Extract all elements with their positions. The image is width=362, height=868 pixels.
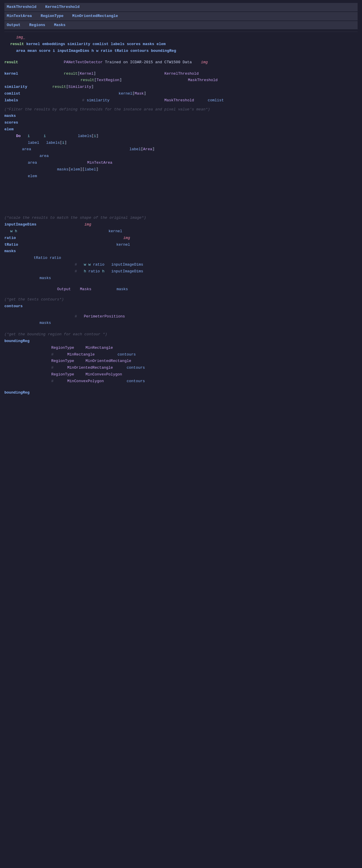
kernel-assign: kernel [4, 71, 18, 77]
masks-kw2: Masks [80, 286, 91, 292]
labels-ref2: labels [46, 140, 60, 146]
contours-comment: (*get the texts contours*) [4, 297, 64, 303]
tratio-line: tRatio kernel [4, 242, 358, 248]
elem-token: elem [156, 41, 165, 48]
area-token: area [16, 48, 25, 54]
boundingreg-assign-line: boundingReg [4, 338, 358, 345]
output-masks-line: Output Masks masks [4, 286, 358, 293]
kernel-token: kernel [26, 41, 40, 48]
kernel-ref4: kernel [116, 242, 130, 248]
result-panet-line: result PANetTextDetector Trained on ICDA… [4, 59, 358, 66]
kernel-kw: Kernel [80, 71, 93, 77]
ratio-token: ratio [101, 48, 112, 54]
header-row-3: Output Regions Masks [4, 21, 358, 30]
area-fn: Area [143, 147, 152, 153]
elem-assign: elem [4, 126, 13, 133]
minrectangle-ref: MinRectangle [67, 352, 95, 358]
filter-comment: (*Filter the results by defining thresho… [4, 106, 210, 113]
minorientedrectangle-label: MinOrientedRectangle [72, 13, 118, 19]
hash-minrectangle-line: # MinRectangle contours [4, 351, 358, 358]
minorientedrectangle-ref: MinOrientedRectangle [67, 365, 113, 371]
masks-scale-line: masks [4, 248, 358, 255]
hash-sym6: # [51, 365, 54, 371]
result-ref3: result [53, 84, 66, 90]
regions-label: Regions [29, 22, 46, 28]
mintextarea-ref1: MinTextArea [87, 160, 113, 166]
area-mintextarea-line: area MinTextArea [4, 160, 358, 166]
h-ref2: h [102, 269, 104, 275]
masks-assign-line: masks [4, 113, 358, 120]
img-param: img [201, 59, 208, 66]
maskthreshold-label: MaskThreshold [7, 4, 36, 10]
area-cmp: area [28, 160, 37, 166]
regiontype-kw3: RegionType [51, 372, 74, 378]
area-ref: area [39, 153, 49, 159]
masks-contours-ref: masks [39, 320, 51, 326]
regiontype1-line: RegionType MinRectangle [4, 345, 358, 351]
mintextarea-label: MinTextArea [7, 13, 32, 19]
i-ref3: i [62, 140, 64, 146]
hash-sym5: # [51, 352, 54, 358]
bounding-comment-line: (*get the bounding region for each conto… [4, 331, 358, 338]
comlist-ref1: comlist [208, 97, 224, 104]
boundingreg-token: boundingReg [151, 48, 176, 54]
label-assign: label [28, 140, 39, 146]
regiontype-kw2: RegionType [51, 358, 74, 364]
inputimagedims-assign: inputImageDims [4, 222, 36, 228]
hash-minorientedrectangle-line: # MinOrientedRectangle contours [4, 365, 358, 371]
tratio-ratio-line: tRatio ratio [4, 255, 358, 261]
hash-sym7: # [51, 378, 54, 384]
h-ref1: h [84, 269, 86, 275]
inputimagedims-ref1: inputImageDims [111, 262, 143, 268]
boundingreg-assign: boundingReg [4, 338, 30, 344]
maskthreshold-ref1: MaskThreshold [188, 77, 218, 84]
hash-sym2: # [75, 262, 77, 268]
header-row-1: MaskThreshold KernelThreshold [4, 3, 358, 11]
area-line: area label ⟦ Area ⟧ [4, 146, 358, 153]
masks-scale-assign: masks [4, 248, 16, 254]
img-ref2: img [84, 222, 91, 228]
contours-ref2: contours [126, 365, 145, 371]
ratio-assign: ratio [4, 235, 16, 241]
hash-sym4: # [75, 314, 77, 320]
masks-elem-label-line: masks ⟦ elem ⟧⟦ label ⟧ [4, 166, 358, 173]
wh-kernel-line: w h kernel [4, 228, 358, 235]
maskthreshold-ref2: MaskThreshold [164, 97, 194, 104]
masks-assign: masks [4, 113, 16, 119]
similarity-ref1: similarity [87, 97, 110, 104]
similarity-assign: similarity [4, 84, 27, 90]
scores-assign: scores [4, 120, 18, 126]
ratio-ref2: ratio [93, 262, 104, 268]
similarity-token: similarity [67, 41, 90, 48]
boundingreg-end-line: boundingReg [4, 390, 358, 396]
hash-h-line: # h ratio h inputImageDims [4, 268, 358, 275]
result-token: result [10, 41, 24, 48]
kernel-line: kernel result ⟦ Kernel ⟧ KernelThreshold [4, 70, 358, 77]
kernel-ref3: kernel [109, 228, 122, 235]
minorientedrectangle-kw: MinOrientedRectangle [86, 358, 131, 364]
elem-ref1: elem [71, 167, 80, 173]
inputimagedims-line: inputImageDims img [4, 221, 358, 228]
elem-ref2: elem [28, 174, 37, 180]
hash-sym3: # [75, 269, 77, 275]
scores-token: scores [127, 41, 141, 48]
w-ref1: w [84, 262, 86, 268]
masks-ref1: masks [57, 167, 68, 173]
similarity-kw: Similarity [68, 84, 91, 90]
result-ref1: result [64, 71, 78, 77]
label-line: label labels ⟦ i ⟧ [4, 140, 358, 147]
h-token: h [92, 48, 94, 54]
kernelthreshold-label: KernelThreshold [45, 4, 79, 10]
textregion-kw: TextRegion [97, 77, 120, 84]
img-ref3: img [123, 235, 130, 241]
score-token: score [39, 48, 50, 54]
img-line: img_ [4, 34, 358, 41]
filter-comment-line: (*Filter the results by defining thresho… [4, 106, 358, 113]
bounding-comment: (*get the bounding region for each conto… [4, 332, 107, 338]
hash-w-line: # w w ratio inputImageDims [4, 261, 358, 268]
kernelthreshold-ref1: KernelThreshold [164, 71, 199, 77]
w-ref2: w [88, 262, 91, 268]
do-line: Do i i labels ⟦ i ⟧ [4, 133, 358, 140]
scale-comment: (*scale the results to match the shape o… [4, 215, 146, 221]
labels-line: labels # similarity MaskThreshold comlis… [4, 97, 358, 104]
